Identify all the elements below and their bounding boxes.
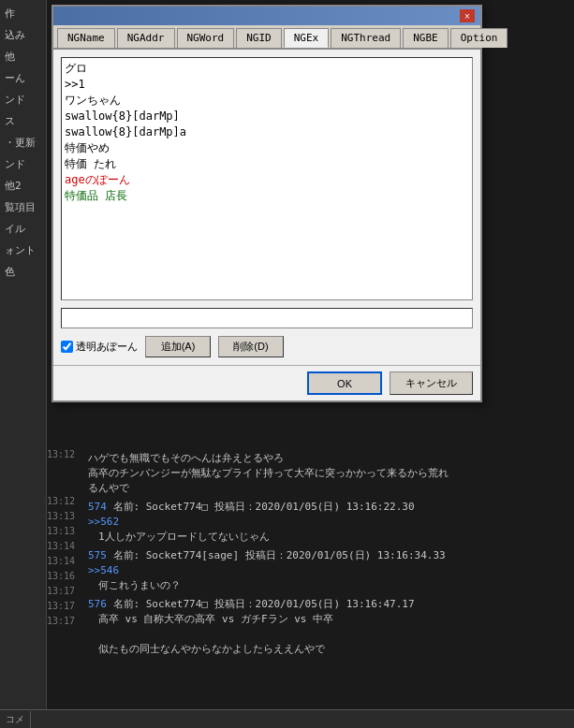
msg-header-text: 名前: Socket774□ 投稿日：2020/01/05(日) 13:16:2… [113, 501, 415, 513]
msg-body-line: ハゲでも無職でもそのへんは弁えとるやろ [88, 451, 556, 466]
time-label: 13:12 [47, 496, 84, 511]
msg-header-text: 名前: Socket774□ 投稿日：2020/01/05(日) 13:16:4… [113, 598, 415, 610]
tab-ngname[interactable]: NGName [57, 28, 115, 48]
ng-list-item[interactable]: 特価やめ [65, 140, 469, 156]
ng-list-item[interactable]: 特価 たれ [65, 156, 469, 172]
message-block-0: ハゲでも無職でもそのへんは弁えとるやろ 高卒のチンパンジーが無駄なプライド持って… [88, 451, 556, 496]
dialog-tabs: NGName NGAddr NGWord NGID NGEx NGThread … [53, 25, 480, 50]
sidebar-item-12[interactable]: 色 [3, 263, 43, 281]
dialog-titlebar: × [53, 7, 480, 25]
time-label: 13:14 [47, 556, 84, 571]
time-label: 13:12 [47, 449, 84, 496]
sidebar-item-4[interactable]: ンド [3, 91, 43, 109]
sidebar-item-8[interactable]: 他2 [3, 177, 43, 195]
transparent-checkbox-label[interactable]: 透明あぽーん [61, 340, 138, 354]
sidebar-item-5[interactable]: ス [3, 112, 43, 130]
ng-list-item[interactable]: ageのぽーん [65, 172, 469, 188]
msg-header: 574 名前: Socket774□ 投稿日：2020/01/05(日) 13:… [88, 500, 556, 515]
bottom-tab-comment[interactable]: コメ [0, 711, 31, 728]
sidebar-item-9[interactable]: 覧項目 [3, 198, 43, 216]
time-label: 13:14 [47, 541, 84, 556]
ng-controls: 透明あぽーん 追加(A) 削除(D) [61, 336, 473, 357]
ok-button[interactable]: OK [307, 371, 382, 395]
ng-list-item[interactable]: ワンちゃん [65, 93, 469, 109]
time-label: 13:17 [47, 601, 84, 616]
bottom-bar: コメ [0, 709, 574, 728]
sidebar-item-10[interactable]: イル [3, 220, 43, 238]
time-label: 13:13 [47, 526, 84, 541]
message-575: 575 名前: Socket774[sage] 投稿日：2020/01/05(日… [88, 548, 556, 593]
sidebar-item-11[interactable]: ォント [3, 241, 43, 259]
sidebar-item-0[interactable]: 作 [3, 5, 43, 22]
msg-body-line: るんやで [88, 481, 556, 496]
sidebar-item-6[interactable]: ・更新 [3, 134, 43, 152]
ng-list-item[interactable]: グロ [65, 61, 469, 77]
time-label: 13:16 [47, 571, 84, 586]
msg-body-line: 高卒 vs 自称大卒の高卒 vs ガチFラン vs 中卒 [88, 612, 556, 627]
reply-link[interactable]: >>546 [88, 564, 119, 576]
ng-list[interactable]: グロ>>1ワンちゃんswallow{8}[darMp]swallow{8}[da… [61, 57, 473, 300]
sidebar-item-3[interactable]: ーん [3, 69, 43, 87]
ng-dialog: × NGName NGAddr NGWord NGID NGEx NGThrea… [52, 5, 482, 402]
dialog-body: グロ>>1ワンちゃんswallow{8}[darMp]swallow{8}[da… [53, 50, 480, 365]
time-label: 13:17 [47, 586, 84, 601]
tab-ngword[interactable]: NGWord [177, 28, 235, 48]
chat-messages: ハゲでも無職でもそのへんは弁えとるやろ 高卒のチンパンジーが無駄なプライド持って… [84, 449, 560, 709]
reply-link[interactable]: >>562 [88, 516, 119, 528]
msg-header: 576 名前: Socket774□ 投稿日：2020/01/05(日) 13:… [88, 597, 556, 612]
ng-input-row [61, 308, 473, 328]
sidebar-item-7[interactable]: ンド [3, 155, 43, 173]
close-button[interactable]: × [460, 9, 475, 22]
msg-body-line: 何これうまいの？ [88, 578, 556, 593]
sidebar: 作 込み 他 ーん ンド ス ・更新 ンド 他2 覧項目 イル ォント 色 [0, 0, 47, 728]
msg-body-line [88, 627, 556, 642]
ng-list-item[interactable]: >>1 [65, 77, 469, 93]
time-label: 13:13 [47, 511, 84, 526]
tab-ngaddr[interactable]: NGAddr [117, 28, 175, 48]
transparent-checkbox[interactable] [61, 341, 73, 353]
tab-option[interactable]: Option [450, 28, 508, 48]
time-label: 13:17 [47, 616, 84, 631]
tab-ngthread[interactable]: NGThread [331, 28, 401, 48]
msg-header-text: 名前: Socket774[sage] 投稿日：2020/01/05(日) 13… [113, 549, 446, 561]
msg-header: 575 名前: Socket774[sage] 投稿日：2020/01/05(日… [88, 548, 556, 563]
msg-body-line: 似たもの同士なんやからなかよしたらええんやで [88, 642, 556, 657]
add-button[interactable]: 追加(A) [145, 336, 211, 357]
checkbox-text: 透明あぽーん [76, 340, 138, 354]
ng-list-item[interactable]: swallow{8}[darMp] [65, 109, 469, 124]
msg-num-link[interactable]: 574 [88, 501, 107, 513]
msg-num-link[interactable]: 576 [88, 598, 107, 610]
message-576: 576 名前: Socket774□ 投稿日：2020/01/05(日) 13:… [88, 597, 556, 657]
tab-ngex[interactable]: NGEx [284, 28, 330, 48]
ng-input-field[interactable] [61, 308, 473, 328]
ng-list-item[interactable]: 特価品 店長 [65, 188, 469, 204]
dialog-footer: OK キャンセル [53, 365, 480, 400]
msg-body-line: 1人しかアップロードしてないじゃん [88, 530, 556, 545]
tab-ngbe[interactable]: NGBE [403, 28, 449, 48]
delete-button[interactable]: 削除(D) [218, 336, 284, 357]
message-574: 574 名前: Socket774□ 投稿日：2020/01/05(日) 13:… [88, 500, 556, 545]
msg-reply-link: >>562 [88, 515, 556, 530]
ng-list-item[interactable]: swallow{8}[darMp]a [65, 124, 469, 140]
sidebar-item-1[interactable]: 込み [3, 26, 43, 44]
sidebar-item-2[interactable]: 他 [3, 48, 43, 66]
msg-num-link[interactable]: 575 [88, 549, 107, 561]
tab-ngid[interactable]: NGID [236, 28, 282, 48]
time-column: 13:12 13:12 13:13 13:13 13:14 13:14 13:1… [47, 449, 84, 631]
msg-body-line: 高卒のチンパンジーが無駄なプライド持って大卒に突っかかって来るから荒れ [88, 466, 556, 481]
msg-reply-link: >>546 [88, 563, 556, 578]
cancel-button[interactable]: キャンセル [390, 371, 473, 395]
